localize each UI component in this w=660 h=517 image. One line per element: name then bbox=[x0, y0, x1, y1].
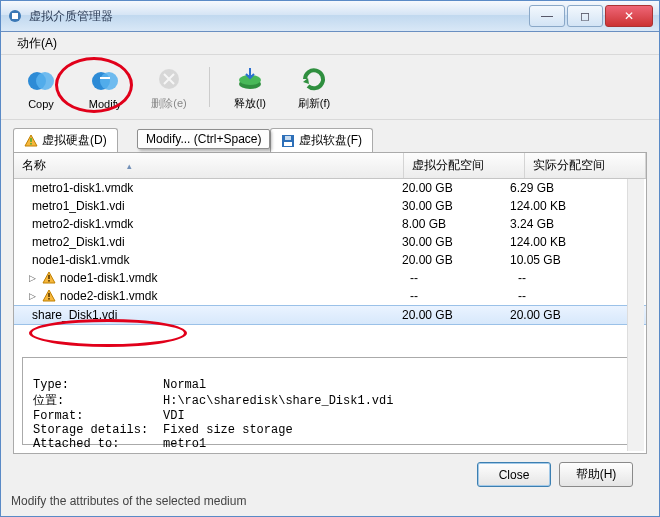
copy-icon bbox=[25, 65, 57, 97]
expand-icon[interactable]: ▷ bbox=[28, 273, 36, 283]
release-label: 释放(l) bbox=[234, 96, 266, 111]
maximize-button[interactable]: ◻ bbox=[567, 5, 603, 27]
titlebar: 虚拟介质管理器 — ◻ ✕ bbox=[1, 1, 659, 32]
svg-rect-16 bbox=[48, 293, 50, 297]
close-button[interactable]: Close bbox=[477, 462, 551, 487]
row-name: share_Disk1.vdi bbox=[32, 308, 117, 322]
detail-storage: Fixed size storage bbox=[163, 423, 293, 437]
row-name: metro1-disk1.vmdk bbox=[32, 181, 133, 195]
modify-button[interactable]: Modify bbox=[77, 65, 133, 110]
svg-rect-12 bbox=[284, 142, 292, 146]
help-button[interactable]: 帮助(H) bbox=[559, 462, 633, 487]
copy-label: Copy bbox=[28, 98, 54, 110]
svg-rect-13 bbox=[285, 136, 291, 140]
warning-icon bbox=[42, 289, 56, 303]
row-virtual: 30.00 GB bbox=[402, 235, 510, 249]
app-icon bbox=[7, 8, 23, 24]
warning-icon bbox=[24, 134, 38, 148]
refresh-button[interactable]: 刷新(f) bbox=[286, 63, 342, 111]
modify-label: Modify bbox=[89, 98, 121, 110]
table-row[interactable]: ▷node2-disk1.vmdk---- bbox=[14, 287, 646, 305]
tab-hdd[interactable]: 虚拟硬盘(D) bbox=[13, 128, 118, 152]
row-name: metro1_Disk1.vdi bbox=[32, 199, 125, 213]
table-row[interactable]: ▷node1-disk1.vmdk---- bbox=[14, 269, 646, 287]
expand-icon[interactable]: ▷ bbox=[28, 291, 36, 301]
close-window-button[interactable]: ✕ bbox=[605, 5, 653, 27]
detail-type-label: Type: bbox=[33, 378, 163, 392]
toolbar: Copy Modify 删除(e) 释放(l) 刷新(f) bbox=[1, 55, 659, 120]
row-actual: -- bbox=[518, 271, 626, 285]
row-name: metro2-disk1.vmdk bbox=[32, 217, 133, 231]
row-virtual: 30.00 GB bbox=[402, 199, 510, 213]
detail-storage-label: Storage details: bbox=[33, 423, 163, 437]
row-virtual: -- bbox=[410, 289, 518, 303]
statusbar: Modify the attributes of the selected me… bbox=[1, 492, 659, 516]
col-virtual[interactable]: 虚拟分配空间 bbox=[404, 153, 525, 178]
table-row[interactable]: metro1-disk1.vmdk20.00 GB6.29 GB bbox=[14, 179, 646, 197]
row-virtual: 20.00 GB bbox=[402, 181, 510, 195]
row-virtual: 20.00 GB bbox=[402, 253, 510, 267]
media-panel: 名称 ▴ 虚拟分配空间 实际分配空间 metro1-disk1.vmdk20.0… bbox=[13, 152, 647, 454]
modify-icon bbox=[89, 65, 121, 97]
col-actual[interactable]: 实际分配空间 bbox=[525, 153, 646, 178]
warning-icon bbox=[42, 271, 56, 285]
detail-fmt-label: Format: bbox=[33, 409, 163, 423]
delete-label: 删除(e) bbox=[151, 96, 186, 111]
svg-rect-10 bbox=[30, 143, 32, 145]
row-actual: 124.00 KB bbox=[510, 199, 618, 213]
menu-action[interactable]: 动作(A) bbox=[9, 33, 65, 54]
tab-floppy[interactable]: 虚拟软盘(F) bbox=[270, 128, 373, 152]
row-virtual: -- bbox=[410, 271, 518, 285]
svg-rect-14 bbox=[48, 275, 50, 279]
tab-floppy-label: 虚拟软盘(F) bbox=[299, 132, 362, 149]
detail-attached: metro1 bbox=[163, 437, 206, 451]
modify-tooltip: Modify... (Ctrl+Space) bbox=[137, 129, 270, 149]
footer-buttons: Close 帮助(H) bbox=[13, 454, 647, 495]
row-actual: 6.29 GB bbox=[510, 181, 618, 195]
grid-body: metro1-disk1.vmdk20.00 GB6.29 GBmetro1_D… bbox=[14, 179, 646, 325]
toolbar-separator bbox=[209, 67, 210, 107]
detail-type: Normal bbox=[163, 378, 206, 392]
table-row[interactable]: share_Disk1.vdi20.00 GB20.00 GB bbox=[14, 305, 646, 325]
row-actual: 20.00 GB bbox=[510, 308, 618, 322]
minimize-button[interactable]: — bbox=[529, 5, 565, 27]
delete-icon bbox=[153, 63, 185, 95]
detail-loc-label: 位置: bbox=[33, 392, 163, 409]
tab-hdd-label: 虚拟硬盘(D) bbox=[42, 132, 107, 149]
sort-icon: ▴ bbox=[49, 161, 209, 171]
delete-button: 删除(e) bbox=[141, 63, 197, 111]
row-virtual: 20.00 GB bbox=[402, 308, 510, 322]
copy-button[interactable]: Copy bbox=[13, 65, 69, 110]
table-row[interactable]: node1-disk1.vmdk20.00 GB10.05 GB bbox=[14, 251, 646, 269]
scrollbar[interactable] bbox=[627, 179, 644, 451]
row-virtual: 8.00 GB bbox=[402, 217, 510, 231]
row-actual: -- bbox=[518, 289, 626, 303]
tabs: 虚拟硬盘(D) Modify... (Ctrl+Space) 虚拟软盘(F) bbox=[13, 128, 647, 152]
detail-loc: H:\rac\sharedisk\share_Disk1.vdi bbox=[163, 394, 393, 408]
row-actual: 124.00 KB bbox=[510, 235, 618, 249]
window-title: 虚拟介质管理器 bbox=[29, 8, 527, 25]
row-name: metro2_Disk1.vdi bbox=[32, 235, 125, 249]
table-row[interactable]: metro1_Disk1.vdi30.00 GB124.00 KB bbox=[14, 197, 646, 215]
svg-rect-15 bbox=[48, 280, 50, 282]
release-icon bbox=[234, 63, 266, 95]
grid-header: 名称 ▴ 虚拟分配空间 实际分配空间 bbox=[14, 153, 646, 179]
table-row[interactable]: metro2_Disk1.vdi30.00 GB124.00 KB bbox=[14, 233, 646, 251]
release-button[interactable]: 释放(l) bbox=[222, 63, 278, 111]
details-panel: Type:Normal 位置:H:\rac\sharedisk\share_Di… bbox=[22, 357, 638, 445]
svg-rect-9 bbox=[30, 138, 32, 142]
col-name[interactable]: 名称 ▴ bbox=[14, 153, 404, 178]
row-name: node1-disk1.vmdk bbox=[60, 271, 157, 285]
floppy-icon bbox=[281, 134, 295, 148]
refresh-label: 刷新(f) bbox=[298, 96, 330, 111]
row-name: node1-disk1.vmdk bbox=[32, 253, 129, 267]
window: 虚拟介质管理器 — ◻ ✕ 动作(A) Copy Modify 删除(e) 释放… bbox=[0, 0, 660, 517]
svg-rect-1 bbox=[12, 13, 18, 19]
row-name: node2-disk1.vmdk bbox=[60, 289, 157, 303]
svg-rect-17 bbox=[48, 298, 50, 300]
refresh-icon bbox=[298, 63, 330, 95]
row-actual: 10.05 GB bbox=[510, 253, 618, 267]
table-row[interactable]: metro2-disk1.vmdk8.00 GB3.24 GB bbox=[14, 215, 646, 233]
menubar: 动作(A) bbox=[1, 32, 659, 55]
row-actual: 3.24 GB bbox=[510, 217, 618, 231]
